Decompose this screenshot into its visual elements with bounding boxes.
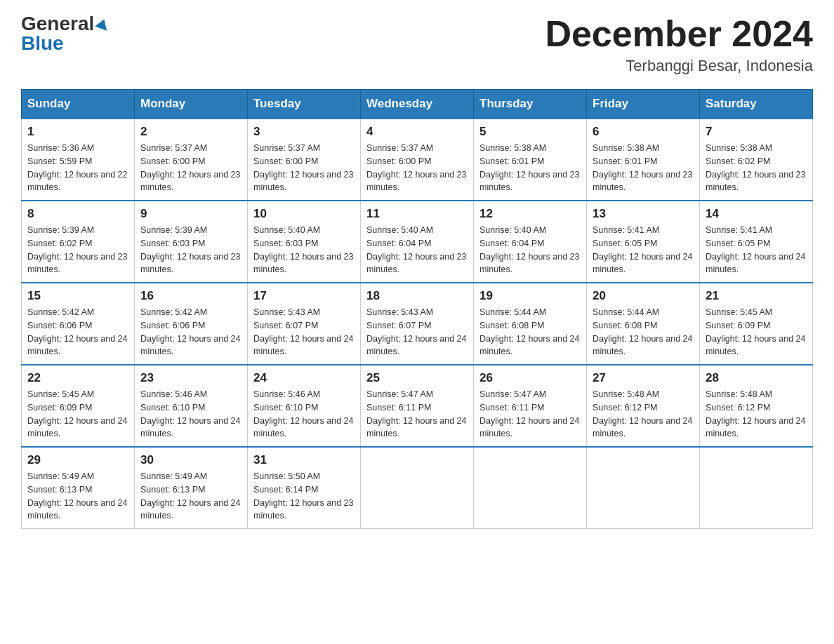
calendar-cell: 18Sunrise: 5:43 AMSunset: 6:07 PMDayligh… [361,283,474,365]
calendar-cell: 3Sunrise: 5:37 AMSunset: 6:00 PMDaylight… [248,119,361,201]
calendar-cell: 20Sunrise: 5:44 AMSunset: 6:08 PMDayligh… [587,283,700,365]
day-number: 25 [366,371,468,385]
day-info: Sunrise: 5:40 AMSunset: 6:04 PMDaylight:… [479,224,581,276]
title-section: December 2024 Terbanggi Besar, Indonesia [545,14,813,75]
weekday-header-sunday: Sunday [22,90,135,119]
calendar-cell: 24Sunrise: 5:46 AMSunset: 6:10 PMDayligh… [248,365,361,447]
day-info: Sunrise: 5:46 AMSunset: 6:10 PMDaylight:… [253,388,355,441]
calendar-cell: 30Sunrise: 5:49 AMSunset: 6:13 PMDayligh… [135,447,248,529]
day-info: Sunrise: 5:37 AMSunset: 6:00 PMDaylight:… [140,142,241,194]
day-info: Sunrise: 5:38 AMSunset: 6:01 PMDaylight:… [479,142,581,194]
week-row-4: 22Sunrise: 5:45 AMSunset: 6:09 PMDayligh… [22,365,813,447]
day-info: Sunrise: 5:43 AMSunset: 6:07 PMDaylight:… [253,306,355,358]
day-info: Sunrise: 5:46 AMSunset: 6:10 PMDaylight:… [140,388,241,441]
day-number: 13 [593,207,694,221]
day-info: Sunrise: 5:45 AMSunset: 6:09 PMDaylight:… [706,306,807,358]
calendar-cell: 21Sunrise: 5:45 AMSunset: 6:09 PMDayligh… [700,283,813,365]
calendar-cell: 28Sunrise: 5:48 AMSunset: 6:12 PMDayligh… [700,365,813,447]
day-info: Sunrise: 5:47 AMSunset: 6:11 PMDaylight:… [366,388,468,441]
day-info: Sunrise: 5:40 AMSunset: 6:03 PMDaylight:… [253,224,355,276]
day-info: Sunrise: 5:36 AMSunset: 5:59 PMDaylight:… [27,142,128,194]
calendar-cell: 7Sunrise: 5:38 AMSunset: 6:02 PMDaylight… [700,119,813,201]
calendar-cell: 26Sunrise: 5:47 AMSunset: 6:11 PMDayligh… [474,365,587,447]
day-info: Sunrise: 5:37 AMSunset: 6:00 PMDaylight:… [253,142,355,194]
calendar-cell: 25Sunrise: 5:47 AMSunset: 6:11 PMDayligh… [361,365,474,447]
location-subtitle: Terbanggi Besar, Indonesia [545,57,813,75]
calendar-cell: 16Sunrise: 5:42 AMSunset: 6:06 PMDayligh… [135,283,248,365]
day-number: 20 [593,289,694,303]
day-info: Sunrise: 5:38 AMSunset: 6:02 PMDaylight:… [706,142,807,194]
logo-blue-text: Blue [21,34,64,53]
day-number: 6 [593,125,694,139]
day-number: 14 [706,207,807,221]
day-info: Sunrise: 5:37 AMSunset: 6:00 PMDaylight:… [366,142,468,194]
day-number: 31 [253,453,355,467]
calendar-cell: 9Sunrise: 5:39 AMSunset: 6:03 PMDaylight… [135,201,248,283]
day-number: 16 [140,289,241,303]
day-number: 21 [706,289,807,303]
calendar-cell: 1Sunrise: 5:36 AMSunset: 5:59 PMDaylight… [22,119,135,201]
calendar-table: SundayMondayTuesdayWednesdayThursdayFrid… [21,89,813,529]
page-header: General Blue December 2024 Terbanggi Bes… [21,14,813,75]
day-number: 11 [366,207,468,221]
weekday-header-saturday: Saturday [700,90,813,119]
day-info: Sunrise: 5:44 AMSunset: 6:08 PMDaylight:… [479,306,581,358]
calendar-cell [587,447,700,529]
day-number: 3 [253,125,355,139]
day-number: 2 [140,125,241,139]
day-info: Sunrise: 5:49 AMSunset: 6:13 PMDaylight:… [27,470,128,523]
day-number: 10 [253,207,355,221]
day-info: Sunrise: 5:43 AMSunset: 6:07 PMDaylight:… [366,306,468,358]
day-number: 1 [27,125,128,139]
calendar-cell: 15Sunrise: 5:42 AMSunset: 6:06 PMDayligh… [22,283,135,365]
calendar-cell: 11Sunrise: 5:40 AMSunset: 6:04 PMDayligh… [361,201,474,283]
day-number: 17 [253,289,355,303]
day-info: Sunrise: 5:39 AMSunset: 6:03 PMDaylight:… [140,224,241,276]
calendar-cell: 12Sunrise: 5:40 AMSunset: 6:04 PMDayligh… [474,201,587,283]
calendar-cell: 22Sunrise: 5:45 AMSunset: 6:09 PMDayligh… [22,365,135,447]
week-row-1: 1Sunrise: 5:36 AMSunset: 5:59 PMDaylight… [22,119,813,201]
calendar-cell: 6Sunrise: 5:38 AMSunset: 6:01 PMDaylight… [587,119,700,201]
day-number: 30 [140,453,241,467]
day-info: Sunrise: 5:49 AMSunset: 6:13 PMDaylight:… [140,470,241,523]
day-info: Sunrise: 5:39 AMSunset: 6:02 PMDaylight:… [27,224,128,276]
week-row-5: 29Sunrise: 5:49 AMSunset: 6:13 PMDayligh… [22,447,813,529]
day-info: Sunrise: 5:38 AMSunset: 6:01 PMDaylight:… [593,142,694,194]
day-number: 4 [366,125,468,139]
calendar-cell: 29Sunrise: 5:49 AMSunset: 6:13 PMDayligh… [22,447,135,529]
day-info: Sunrise: 5:40 AMSunset: 6:04 PMDaylight:… [366,224,468,276]
day-info: Sunrise: 5:42 AMSunset: 6:06 PMDaylight:… [140,306,241,358]
calendar-cell: 23Sunrise: 5:46 AMSunset: 6:10 PMDayligh… [135,365,248,447]
calendar-cell: 5Sunrise: 5:38 AMSunset: 6:01 PMDaylight… [474,119,587,201]
calendar-cell: 27Sunrise: 5:48 AMSunset: 6:12 PMDayligh… [587,365,700,447]
day-number: 9 [140,207,241,221]
weekday-header-row: SundayMondayTuesdayWednesdayThursdayFrid… [22,90,813,119]
logo: General Blue [21,14,109,53]
calendar-cell [361,447,474,529]
day-info: Sunrise: 5:47 AMSunset: 6:11 PMDaylight:… [479,388,581,441]
calendar-cell: 8Sunrise: 5:39 AMSunset: 6:02 PMDaylight… [22,201,135,283]
calendar-cell: 10Sunrise: 5:40 AMSunset: 6:03 PMDayligh… [248,201,361,283]
day-number: 26 [479,371,581,385]
day-number: 22 [27,371,128,385]
day-number: 28 [706,371,807,385]
day-number: 7 [706,125,807,139]
weekday-header-tuesday: Tuesday [248,90,361,119]
calendar-cell [474,447,587,529]
day-info: Sunrise: 5:50 AMSunset: 6:14 PMDaylight:… [253,470,355,523]
day-info: Sunrise: 5:42 AMSunset: 6:06 PMDaylight:… [27,306,128,358]
day-number: 29 [27,453,128,467]
week-row-3: 15Sunrise: 5:42 AMSunset: 6:06 PMDayligh… [22,283,813,365]
day-info: Sunrise: 5:48 AMSunset: 6:12 PMDaylight:… [593,388,694,441]
day-info: Sunrise: 5:41 AMSunset: 6:05 PMDaylight:… [706,224,807,276]
day-number: 27 [593,371,694,385]
logo-general-text: General [21,14,94,34]
day-info: Sunrise: 5:48 AMSunset: 6:12 PMDaylight:… [706,388,807,441]
calendar-cell: 13Sunrise: 5:41 AMSunset: 6:05 PMDayligh… [587,201,700,283]
calendar-cell [700,447,813,529]
day-number: 8 [27,207,128,221]
day-number: 19 [479,289,581,303]
day-info: Sunrise: 5:45 AMSunset: 6:09 PMDaylight:… [27,388,128,441]
weekday-header-friday: Friday [587,90,700,119]
day-number: 5 [479,125,581,139]
